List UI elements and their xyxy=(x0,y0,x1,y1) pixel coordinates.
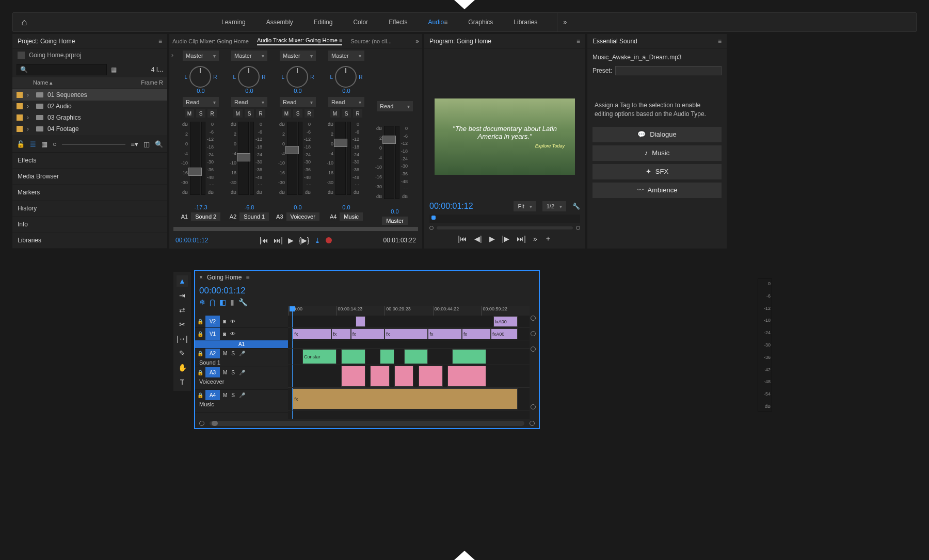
voice-icon[interactable]: 🎤 xyxy=(239,370,245,375)
workspace-audio[interactable]: Audio xyxy=(418,12,458,32)
track-lock-v2[interactable]: 🔒 xyxy=(195,319,205,324)
tag-sfx-button[interactable]: ✦SFX xyxy=(592,164,722,179)
solo-icon[interactable]: S xyxy=(231,351,235,356)
clip-v1[interactable]: fx xyxy=(385,328,428,339)
home-button[interactable]: ⌂ xyxy=(13,17,36,28)
mark-in-icon[interactable]: |⏮ xyxy=(458,235,467,243)
track-a1-patch[interactable]: A1 xyxy=(195,340,288,348)
voice-icon[interactable]: 🎤 xyxy=(239,392,245,398)
channel-output-select[interactable]: Master xyxy=(328,51,364,61)
type-tool-icon[interactable]: T xyxy=(177,376,188,388)
mute-button[interactable]: M xyxy=(185,109,194,118)
channel-name[interactable]: Sound 2 xyxy=(191,212,220,221)
panel-overflow-icon[interactable]: » xyxy=(415,38,419,45)
automation-mode-select[interactable]: Read xyxy=(377,101,413,111)
clip-v1[interactable]: fx xyxy=(331,328,350,339)
solo-button[interactable]: S xyxy=(196,109,205,118)
solo-button[interactable]: S xyxy=(245,109,254,118)
solo-icon[interactable]: S xyxy=(231,392,235,398)
panel-menu-icon[interactable] xyxy=(158,38,162,45)
channel-name[interactable]: Music xyxy=(340,212,363,221)
list-view-icon[interactable]: ☰ xyxy=(30,140,36,148)
workspace-effects[interactable]: Effects xyxy=(378,12,418,32)
clip-a3[interactable] xyxy=(447,366,486,387)
track-handle[interactable] xyxy=(531,404,536,409)
pan-knob[interactable] xyxy=(335,66,357,88)
project-search-input[interactable]: 🔍 xyxy=(17,64,107,75)
tab-source[interactable]: Source: (no cli... xyxy=(350,38,391,44)
panel-effects[interactable]: Effects xyxy=(12,153,167,169)
timeline-ruler[interactable]: :00:0000:00:14:2300:00:29:2300:00:44:220… xyxy=(288,306,530,316)
automation-mode-select[interactable]: Read xyxy=(280,97,316,107)
ruler-handle-left[interactable] xyxy=(429,226,434,230)
loop-icon[interactable]: {▶} xyxy=(299,236,309,244)
mute-icon[interactable]: M xyxy=(223,351,227,356)
panel-menu-icon[interactable] xyxy=(246,274,249,281)
play-icon[interactable]: ▶ xyxy=(288,236,294,244)
track-a3-patch[interactable]: A3 xyxy=(205,367,220,377)
track-lock-a4[interactable]: 🔒 xyxy=(195,392,205,398)
panel-info[interactable]: Info xyxy=(12,217,167,233)
channel-db-value[interactable]: 0.0 xyxy=(342,204,350,210)
mute-icon[interactable]: M xyxy=(223,370,227,375)
pan-knob[interactable] xyxy=(238,66,260,88)
bin-footage[interactable]: ›04 Footage xyxy=(12,123,167,135)
track-a2-patch[interactable]: A2 xyxy=(205,349,220,358)
panel-libraries[interactable]: Libraries xyxy=(12,233,167,249)
channel-name[interactable]: Sound 1 xyxy=(239,212,269,221)
workspace-menu-icon[interactable] xyxy=(444,19,447,26)
transport-overflow[interactable]: » xyxy=(533,235,537,243)
new-bin-icon[interactable]: ▦ xyxy=(111,66,117,73)
channel-output-select[interactable]: Master xyxy=(231,51,267,61)
pan-value[interactable]: 0.0 xyxy=(245,88,253,94)
voice-icon[interactable]: 🎤 xyxy=(239,351,245,356)
pen-tool-icon[interactable]: ✎ xyxy=(177,348,188,359)
panel-media-browser[interactable]: Media Browser xyxy=(12,169,167,185)
record-button[interactable]: R xyxy=(207,109,217,118)
mute-button[interactable]: M xyxy=(330,109,340,118)
clip-a2[interactable]: Constar xyxy=(302,349,337,364)
timeline-timecode[interactable]: 00:00:01:12 xyxy=(199,286,246,296)
step-forward-icon[interactable]: |▶ xyxy=(502,235,510,243)
mixer-timecode-left[interactable]: 00:00:01:12 xyxy=(175,237,208,244)
track-a4-patch[interactable]: A4 xyxy=(205,390,220,400)
volume-fader[interactable] xyxy=(335,122,346,195)
play-icon[interactable]: ▶ xyxy=(489,235,495,243)
volume-fader[interactable] xyxy=(384,126,394,199)
icon-view-icon[interactable]: ▦ xyxy=(41,140,47,148)
workspace-learning[interactable]: Learning xyxy=(211,12,256,32)
panel-markers[interactable]: Markers xyxy=(12,185,167,201)
marker-icon[interactable]: ▮ xyxy=(230,298,234,306)
automation-mode-select[interactable]: Read xyxy=(183,97,219,107)
zoom-handle-right[interactable] xyxy=(530,421,535,426)
insert-overwrite-icon[interactable]: ◧ xyxy=(219,298,226,306)
clip-v2[interactable] xyxy=(356,316,365,327)
automation-mode-select[interactable]: Read xyxy=(231,97,267,107)
channel-name[interactable]: Master xyxy=(382,217,408,225)
clip-v1[interactable]: fx xyxy=(351,328,385,339)
tab-clip-mixer[interactable]: Audio Clip Mixer: Going Home xyxy=(172,38,249,44)
clip-a3[interactable] xyxy=(394,366,413,387)
program-timecode[interactable]: 00:00:01:12 xyxy=(429,202,473,211)
clip-a2[interactable] xyxy=(341,349,365,364)
channel-db-value[interactable]: 0.0 xyxy=(294,204,301,210)
freeform-view-icon[interactable]: ○ xyxy=(53,140,57,148)
bin-audio[interactable]: ›02 Audio xyxy=(12,101,167,112)
sort-icon[interactable]: ≡▾ xyxy=(131,140,138,148)
expand-effects-icon[interactable]: › xyxy=(171,52,173,59)
channel-output-select[interactable]: Master xyxy=(183,51,219,61)
volume-fader[interactable] xyxy=(238,122,249,195)
channel-db-value[interactable]: -17.3 xyxy=(194,204,207,210)
clip-a2[interactable] xyxy=(452,349,486,364)
program-ruler[interactable] xyxy=(429,215,580,223)
tag-music-button[interactable]: ♪Music xyxy=(592,145,722,161)
record-icon[interactable] xyxy=(326,237,332,243)
panel-menu-icon[interactable] xyxy=(718,38,722,45)
channel-db-value[interactable]: 0.0 xyxy=(391,208,398,215)
record-button[interactable]: R xyxy=(353,109,362,118)
track-v1-patch[interactable]: V1 xyxy=(205,328,220,340)
tag-dialogue-button[interactable]: 💬Dialogue xyxy=(592,127,722,142)
zoom-select[interactable]: Fit xyxy=(514,201,536,211)
workspace-libraries[interactable]: Libraries xyxy=(503,12,548,32)
program-tab[interactable]: Program: Going Home xyxy=(424,34,585,48)
